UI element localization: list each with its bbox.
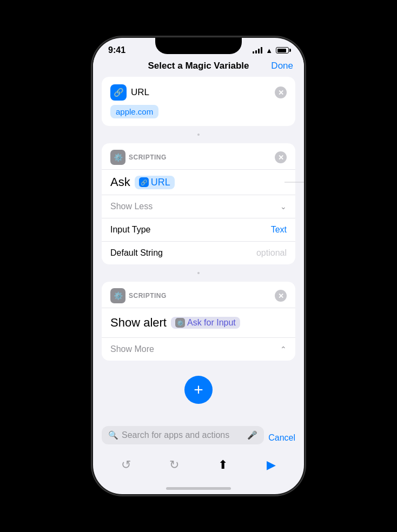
ask-row: Ask 🔗 URL xyxy=(102,170,295,195)
status-icons: ▲ xyxy=(253,46,289,55)
url-card-header: 🔗 URL ✕ xyxy=(110,84,287,101)
scripting-card-2-close-button[interactable]: ✕ xyxy=(275,290,287,302)
gear-icon-2: ⚙️ xyxy=(114,291,123,300)
scripting-icon-1: ⚙️ xyxy=(110,150,125,165)
share-button[interactable]: ⬆ xyxy=(212,454,234,476)
scripting-card-1-close-button[interactable]: ✕ xyxy=(275,151,287,163)
battery-icon xyxy=(276,47,289,54)
bottom-area: 🔍 Search for apps and actions 🎤 Cancel ↺… xyxy=(93,426,304,476)
chevron-down-icon: ⌄ xyxy=(280,202,287,211)
add-button[interactable]: + xyxy=(184,376,213,404)
separator-dot-2 xyxy=(102,271,295,275)
ask-label: Ask xyxy=(110,175,130,189)
content-area: 🔗 URL ✕ apple.com ⚙️ SCRIPTING xyxy=(93,77,304,410)
wifi-icon: ▲ xyxy=(266,46,273,55)
undo-button[interactable]: ↺ xyxy=(115,454,137,476)
home-indicator xyxy=(166,487,231,490)
chevron-up-icon: ⌃ xyxy=(280,345,287,354)
separator-dot xyxy=(102,132,295,137)
nav-header: Select a Magic Variable Done xyxy=(93,57,304,77)
add-button-row: + xyxy=(102,367,295,410)
scripting-label-row: ⚙️ SCRIPTING xyxy=(110,150,167,165)
toolbar: ↺ ↻ ⬆ ▶ xyxy=(102,450,295,476)
ask-for-input-token[interactable]: ⚙️ Ask for Input xyxy=(171,317,240,329)
share-icon: ⬆ xyxy=(218,458,228,472)
scripting-header-2: ⚙️ SCRIPTING ✕ xyxy=(102,282,295,308)
url-token-icon: 🔗 xyxy=(139,177,149,187)
default-string-row[interactable]: Default String optional xyxy=(102,241,295,264)
input-type-label: Input Type xyxy=(110,225,150,235)
done-button[interactable]: Done xyxy=(271,61,293,71)
search-bar[interactable]: 🔍 Search for apps and actions 🎤 xyxy=(102,426,264,444)
scripting-section-label-2: SCRIPTING xyxy=(129,292,167,300)
show-more-row[interactable]: Show More ⌃ xyxy=(102,337,295,361)
url-card-close-button[interactable]: ✕ xyxy=(275,87,287,98)
scripting-label-row-2: ⚙️ SCRIPTING xyxy=(110,288,167,303)
url-card-title: URL xyxy=(131,87,149,98)
redo-button[interactable]: ↻ xyxy=(163,454,185,476)
scripting-header-1: ⚙️ SCRIPTING ✕ xyxy=(102,143,295,170)
status-time: 9:41 xyxy=(108,45,125,55)
scripting-icon-2: ⚙️ xyxy=(110,288,125,303)
default-string-label: Default String xyxy=(110,248,163,258)
mic-icon[interactable]: 🎤 xyxy=(247,430,257,440)
play-icon: ▶ xyxy=(267,458,276,472)
notch xyxy=(155,38,242,54)
redo-icon: ↻ xyxy=(169,458,179,472)
input-type-value: Text xyxy=(271,225,287,235)
show-more-label: Show More xyxy=(110,344,154,354)
signal-icon xyxy=(253,47,262,54)
url-label-row: 🔗 URL xyxy=(110,84,149,101)
search-cancel-button[interactable]: Cancel xyxy=(268,433,295,443)
url-chip[interactable]: apple.com xyxy=(110,105,287,118)
url-icon-box: 🔗 xyxy=(110,84,127,101)
connector-line xyxy=(284,182,304,183)
scripting-card-2: ⚙️ SCRIPTING ✕ Show alert ⚙️ Ask for Inp… xyxy=(102,282,295,361)
page-title: Select a Magic Variable xyxy=(148,61,249,71)
search-placeholder-text: Search for apps and actions xyxy=(122,430,244,440)
url-token[interactable]: 🔗 URL xyxy=(135,176,175,189)
scripting-card-1: ⚙️ SCRIPTING ✕ Ask 🔗 URL Show Less ⌄ xyxy=(102,143,295,264)
show-alert-label: Show alert xyxy=(110,316,167,330)
show-less-row[interactable]: Show Less ⌄ xyxy=(102,195,295,218)
phone-frame: 9:41 ▲ Select a Magic Variable Done xyxy=(93,38,304,494)
url-card: 🔗 URL ✕ apple.com xyxy=(102,77,295,126)
show-alert-row: Show alert ⚙️ Ask for Input xyxy=(102,308,295,337)
search-row: 🔍 Search for apps and actions 🎤 Cancel xyxy=(102,426,295,450)
scripting-section-label-1: SCRIPTING xyxy=(129,154,167,161)
url-token-text: URL xyxy=(151,177,170,188)
gear-icon: ⚙️ xyxy=(114,153,123,162)
undo-icon: ↺ xyxy=(121,458,131,472)
play-button[interactable]: ▶ xyxy=(260,454,282,476)
ask-input-icon: ⚙️ xyxy=(175,318,185,328)
show-less-label: Show Less xyxy=(110,202,153,211)
link-icon: 🔗 xyxy=(114,88,124,97)
search-icon: 🔍 xyxy=(108,430,118,440)
input-type-row[interactable]: Input Type Text xyxy=(102,218,295,241)
default-string-placeholder: optional xyxy=(256,248,287,258)
ask-for-input-text: Ask for Input xyxy=(187,318,236,328)
